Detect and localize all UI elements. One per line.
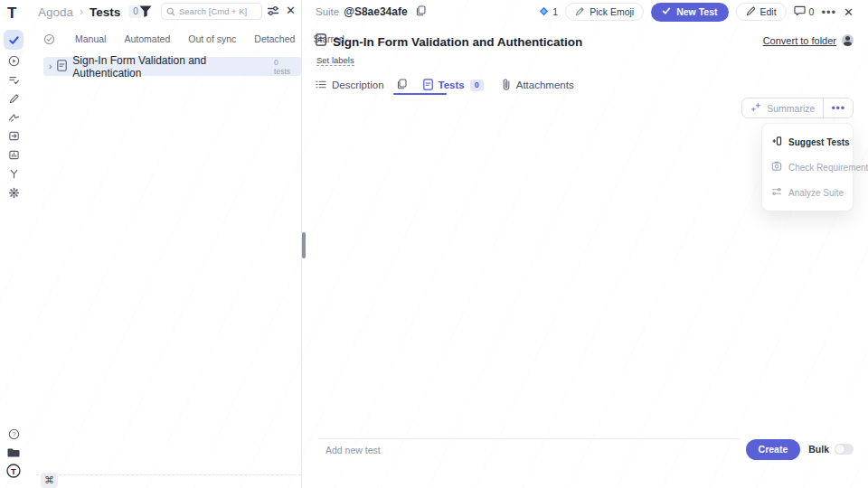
- paperclip-icon: [502, 79, 511, 92]
- suite-title: Sign-In Form Validation and Authenticati…: [333, 35, 582, 49]
- menu-item-label: Check Requirements: [788, 163, 868, 173]
- summarize-label: Summarize: [767, 103, 815, 114]
- suite-tree-row[interactable]: › Sign-In Form Validation and Authentica…: [43, 57, 301, 76]
- filter-tabs: Manual Automated Out of sync Detached St…: [43, 32, 344, 46]
- bulk-toggle[interactable]: [835, 444, 854, 455]
- brand-badge-icon[interactable]: T: [4, 461, 24, 481]
- new-test-label: New Test: [676, 6, 717, 17]
- add-test-bar: Create Bulk: [318, 438, 854, 460]
- breadcrumb-page[interactable]: Tests: [90, 5, 120, 19]
- chevron-right-icon[interactable]: ›: [49, 61, 52, 71]
- suite-title-row: Sign-In Form Validation and Authenticati…: [316, 33, 582, 50]
- nav-plans-icon[interactable]: [4, 70, 24, 89]
- keyboard-shortcuts-button[interactable]: ⌘: [41, 473, 58, 488]
- app-logo[interactable]: T: [7, 5, 15, 23]
- comment-bubble-icon: [794, 5, 806, 18]
- filter-funnel-icon[interactable]: [138, 5, 155, 19]
- edit-button[interactable]: Edit: [736, 3, 787, 21]
- add-new-test-input[interactable]: [318, 438, 740, 460]
- suite-more-icon[interactable]: •••: [821, 5, 836, 19]
- tab-attachments[interactable]: Attachments: [502, 79, 574, 92]
- tab-description-label: Description: [332, 80, 384, 90]
- filter-tab-out-of-sync[interactable]: Out of sync: [188, 33, 236, 44]
- convert-row: Convert to folder: [763, 34, 854, 46]
- suggest-tests-icon: [771, 134, 782, 150]
- active-tab-underline: [393, 93, 447, 95]
- nav-pulse-icon[interactable]: [4, 108, 24, 127]
- avatar[interactable]: [842, 34, 854, 46]
- sparkle-icon: [750, 100, 762, 117]
- edit-pencil-icon: [746, 6, 756, 18]
- left-icon-rail: T ?: [0, 0, 27, 488]
- left-panel-bottom-divider: [36, 474, 301, 475]
- filter-tab-manual[interactable]: Manual: [75, 33, 106, 44]
- bulk-label: Bulk: [808, 444, 829, 455]
- nav-runs-icon[interactable]: [4, 51, 24, 70]
- analyze-suite-icon: [771, 184, 782, 201]
- suite-doc-icon: [57, 59, 67, 75]
- new-test-button[interactable]: New Test: [651, 3, 728, 22]
- copy-suite-id-icon[interactable]: [416, 4, 426, 20]
- pick-emoji-icon: [575, 6, 585, 18]
- filter-all-icon[interactable]: [43, 33, 55, 45]
- summarize-more-icon[interactable]: •••: [824, 102, 853, 115]
- folder-icon[interactable]: [4, 442, 24, 462]
- tab-description[interactable]: Description: [316, 80, 384, 91]
- diamond-icon: [539, 4, 549, 20]
- nav-pen-icon[interactable]: [4, 89, 24, 108]
- ref-count: 1: [552, 6, 558, 17]
- summarize-button[interactable]: Summarize •••: [741, 98, 854, 118]
- create-button[interactable]: Create: [746, 439, 801, 460]
- tab-tests-badge: 0: [470, 80, 484, 91]
- comments-button[interactable]: 0: [794, 5, 815, 18]
- suite-actions: 1 Pick Emoji New Test Edit 0 •: [539, 2, 854, 22]
- app-canvas: T ?: [0, 0, 868, 488]
- check-requirements-icon: [771, 159, 782, 175]
- tab-attachments-label: Attachments: [516, 80, 574, 90]
- search-input[interactable]: [179, 6, 256, 16]
- content-tabs: Description Tests 0 Attachments: [316, 77, 574, 93]
- suite-label: Suite: [316, 6, 339, 17]
- tab-tests[interactable]: Tests 0: [423, 79, 484, 92]
- jira-ref[interactable]: 1: [539, 4, 558, 20]
- filter-tab-automated[interactable]: Automated: [124, 33, 170, 44]
- nav-tests-icon[interactable]: [4, 30, 24, 50]
- tab-tests-label: Tests: [439, 80, 465, 90]
- menu-item-analyze-suite[interactable]: Analyze Suite: [762, 180, 853, 205]
- convert-to-folder-link[interactable]: Convert to folder: [763, 35, 836, 46]
- suite-close-icon[interactable]: ✕: [844, 5, 854, 19]
- breadcrumb: Agoda › Tests 0: [38, 4, 143, 20]
- nav-analytics-icon[interactable]: [4, 145, 24, 164]
- adjust-filters-icon[interactable]: [267, 5, 279, 21]
- svg-text:?: ?: [12, 430, 15, 438]
- help-icon[interactable]: ?: [4, 424, 24, 444]
- search-icon: [166, 4, 175, 20]
- tests-doc-icon: [423, 79, 433, 92]
- nav-import-icon[interactable]: [4, 126, 24, 145]
- breadcrumb-separator: ›: [80, 5, 83, 18]
- filter-tab-detached[interactable]: Detached: [254, 33, 295, 44]
- suite-tree-meta: 0 tests: [274, 58, 296, 76]
- edit-label: Edit: [760, 6, 777, 17]
- panel-resize-handle[interactable]: [302, 232, 306, 258]
- suite-header: Suite @S8ae34afe: [316, 5, 426, 19]
- search-box[interactable]: [161, 3, 262, 20]
- suite-title-doc-icon: [316, 33, 326, 50]
- pick-emoji-button[interactable]: Pick Emoji: [565, 3, 644, 21]
- svg-text:T: T: [11, 466, 16, 476]
- copy-description-icon[interactable]: [397, 77, 407, 93]
- description-list-icon: [316, 80, 326, 91]
- left-panel-close-icon[interactable]: ✕: [286, 4, 296, 17]
- ai-actions-menu: Suggest Tests Check Requirements Analyze…: [761, 123, 854, 211]
- menu-item-check-requirements[interactable]: Check Requirements: [762, 155, 853, 180]
- breadcrumb-project[interactable]: Agoda: [38, 5, 73, 19]
- menu-item-label: Suggest Tests: [788, 137, 850, 147]
- menu-item-label: Analyze Suite: [788, 188, 844, 198]
- nav-branch-icon[interactable]: [4, 164, 24, 183]
- pick-emoji-label: Pick Emoji: [590, 6, 634, 17]
- comments-count: 0: [809, 6, 815, 17]
- menu-item-suggest-tests[interactable]: Suggest Tests: [762, 129, 853, 155]
- nav-settings-gear-icon[interactable]: [4, 183, 24, 202]
- set-labels-link[interactable]: Set labels: [316, 55, 354, 66]
- check-icon: [662, 6, 671, 17]
